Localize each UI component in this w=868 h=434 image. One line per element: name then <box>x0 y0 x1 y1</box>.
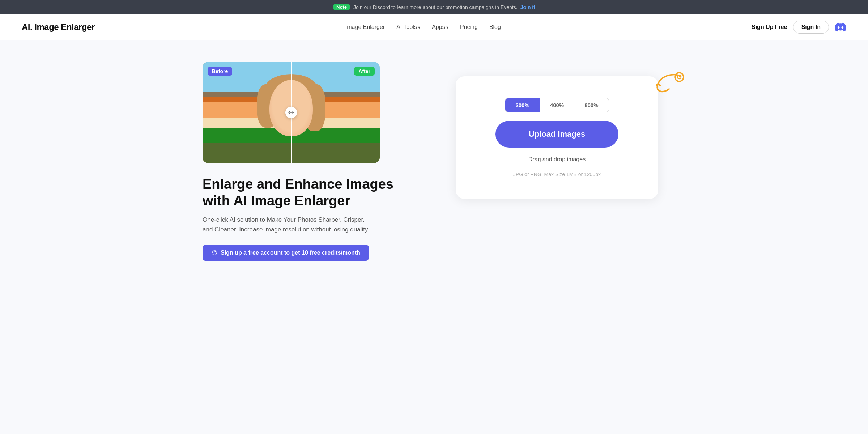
discord-icon[interactable] <box>835 21 846 33</box>
scale-options: 200% 400% 800% <box>505 98 609 112</box>
free-account-button[interactable]: Sign up a free account to get 10 free cr… <box>203 245 369 261</box>
hero-headline: Enlarge and Enhance Images with AI Image… <box>203 176 427 209</box>
nav-link-ai-tools[interactable]: AI Tools <box>396 24 420 30</box>
nav-right: Sign Up Free Sign In <box>752 21 846 34</box>
top-banner: Note Join our Discord to learn more abou… <box>0 0 868 14</box>
upload-area: 200% 400% 800% Upload Images Drag and dr… <box>456 76 658 199</box>
nav-link-image-enlarger[interactable]: Image Enlarger <box>345 24 385 30</box>
before-after-inner: Before After <box>203 62 380 163</box>
left-section: Before After Enlarge and Enhance Images … <box>203 62 427 261</box>
decorative-arrow <box>651 69 687 98</box>
banner-link[interactable]: Join it <box>520 4 535 10</box>
nav-link-blog[interactable]: Blog <box>489 24 501 30</box>
before-after-container: Before After <box>203 62 380 163</box>
upload-images-button[interactable]: Upload Images <box>495 121 618 148</box>
right-section: 200% 400% 800% Upload Images Drag and dr… <box>456 62 658 199</box>
hero-subheadline: One-click AI solution to Make Your Photo… <box>203 215 376 234</box>
after-badge: After <box>354 67 375 76</box>
nav-item-apps[interactable]: Apps <box>432 24 448 30</box>
nav-links: Image Enlarger AI Tools Apps Pricing Blo… <box>345 24 501 30</box>
divider-arrows <box>285 107 297 118</box>
svg-point-0 <box>675 73 684 81</box>
scale-btn-400[interactable]: 400% <box>540 98 574 112</box>
nav-item-pricing[interactable]: Pricing <box>460 24 478 30</box>
nav-item-blog[interactable]: Blog <box>489 24 501 30</box>
nav-item-ai-tools[interactable]: AI Tools <box>396 24 420 30</box>
banner-message: Join our Discord to learn more about our… <box>353 4 518 10</box>
site-logo[interactable]: AI. Image Enlarger <box>22 22 95 32</box>
scale-btn-200[interactable]: 200% <box>505 98 540 112</box>
free-account-label: Sign up a free account to get 10 free cr… <box>221 250 360 256</box>
signup-free-button[interactable]: Sign Up Free <box>752 24 787 30</box>
before-badge: Before <box>208 67 232 76</box>
nav-link-pricing[interactable]: Pricing <box>460 24 478 30</box>
scale-btn-800[interactable]: 800% <box>574 98 608 112</box>
navbar: AI. Image Enlarger Image Enlarger AI Too… <box>0 14 868 40</box>
refresh-icon <box>211 250 218 256</box>
note-badge: Note <box>333 4 350 10</box>
signin-button[interactable]: Sign In <box>793 21 829 34</box>
drag-drop-text: Drag and drop images <box>528 156 586 163</box>
headline-line1: Enlarge and Enhance Images <box>203 176 393 192</box>
main-content: Before After Enlarge and Enhance Images … <box>181 40 687 290</box>
file-info-text: JPG or PNG, Max Size 1MB or 1200px <box>513 171 601 177</box>
nav-item-image-enlarger[interactable]: Image Enlarger <box>345 24 385 30</box>
headline-line2: with AI Image Enlarger <box>203 193 350 208</box>
nav-link-apps[interactable]: Apps <box>432 24 448 30</box>
